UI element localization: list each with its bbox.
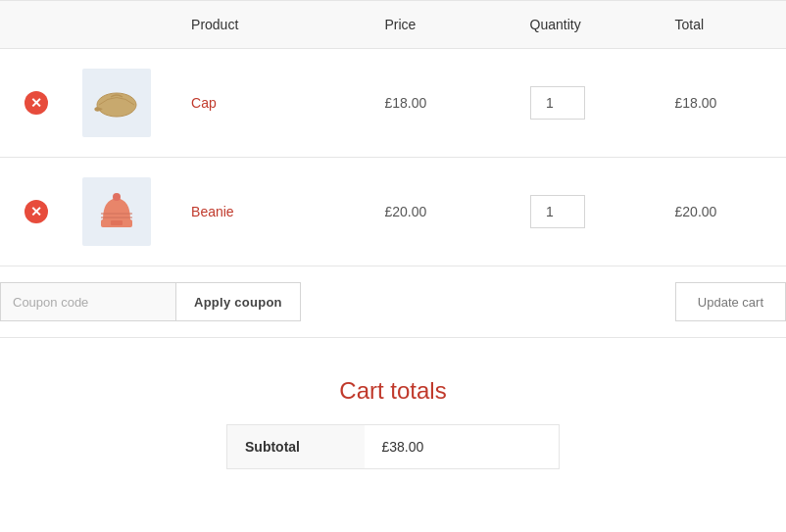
coupon-code-input[interactable] <box>0 282 176 321</box>
remove-button-beanie[interactable]: ✕ <box>25 200 48 223</box>
coupon-section: Apply coupon <box>0 282 301 321</box>
qty-cell-cap <box>520 49 665 158</box>
image-cell-cap <box>73 49 181 158</box>
cart-container: Product Price Quantity Total ✕ <box>0 0 786 532</box>
col-header-quantity: Quantity <box>520 1 665 49</box>
product-name-cell-beanie: Beanie <box>181 158 374 266</box>
apply-coupon-button[interactable]: Apply coupon <box>176 282 301 321</box>
product-name-cell-cap: Cap <box>181 49 374 158</box>
remove-cell-beanie: ✕ <box>0 158 73 266</box>
table-header-row: Product Price Quantity Total <box>0 1 786 49</box>
qty-cell-beanie <box>520 158 665 266</box>
remove-icon-cap: ✕ <box>25 91 48 115</box>
subtotal-value: £38.00 <box>365 425 560 469</box>
table-row: ✕ <box>0 158 786 266</box>
col-header-remove <box>0 1 73 49</box>
product-image-cap <box>82 69 151 137</box>
quantity-input-cap[interactable] <box>530 86 585 120</box>
table-row: ✕ <box>0 49 786 158</box>
product-link-cap[interactable]: Cap <box>191 95 217 111</box>
cart-actions-row: Apply coupon Update cart <box>0 266 786 338</box>
col-header-price: Price <box>374 1 519 49</box>
subtotal-row: Subtotal £38.00 <box>227 425 560 469</box>
quantity-input-beanie[interactable] <box>530 195 585 228</box>
product-image-beanie <box>82 177 151 246</box>
col-header-image <box>73 1 181 49</box>
image-cell-beanie <box>73 158 181 266</box>
cap-image-svg <box>89 75 144 130</box>
col-header-product: Product <box>181 1 374 49</box>
update-cart-button[interactable]: Update cart <box>675 282 786 321</box>
remove-icon-beanie: ✕ <box>25 200 48 223</box>
cart-totals-section: Cart totals Subtotal £38.00 <box>0 338 786 489</box>
product-link-beanie[interactable]: Beanie <box>191 204 234 219</box>
cart-totals-title: Cart totals <box>339 377 446 405</box>
cart-totals-table: Subtotal £38.00 <box>226 424 560 469</box>
col-header-total: Total <box>665 1 786 49</box>
price-cell-beanie: £20.00 <box>374 158 519 266</box>
cart-table: Product Price Quantity Total ✕ <box>0 0 786 266</box>
svg-point-3 <box>113 193 121 201</box>
subtotal-label: Subtotal <box>227 425 365 469</box>
svg-rect-6 <box>111 220 123 225</box>
remove-cell-cap: ✕ <box>0 49 73 158</box>
price-cell-cap: £18.00 <box>374 49 519 158</box>
total-cell-cap: £18.00 <box>665 49 786 158</box>
beanie-image-svg <box>89 184 144 239</box>
total-cell-beanie: £20.00 <box>665 158 786 266</box>
remove-button-cap[interactable]: ✕ <box>25 91 48 115</box>
